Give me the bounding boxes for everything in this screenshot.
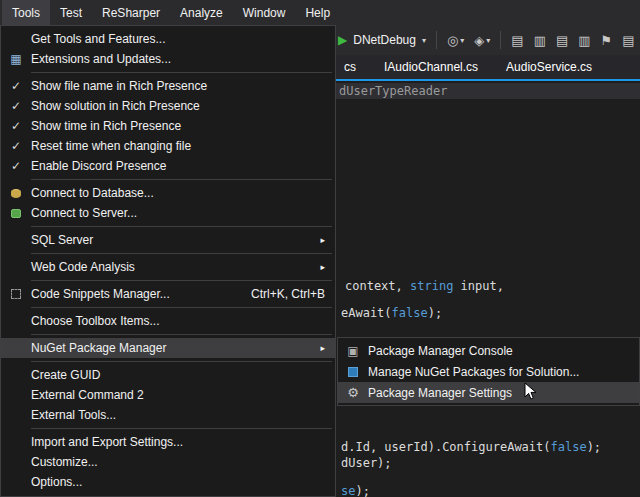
menu-separator [31, 72, 332, 73]
menu-item-label: Options... [31, 475, 325, 489]
outdent-icon[interactable]: ▤ [511, 34, 523, 47]
menu-item-label: Enable Discord Presence [31, 159, 325, 173]
play-icon: ▶ [338, 33, 347, 47]
menu-item-external-tools[interactable]: External Tools... [1, 405, 335, 425]
menu-item-label: SQL Server [31, 233, 310, 247]
menu-item-label: Get Tools and Features... [31, 32, 325, 46]
menu-item-create-guid[interactable]: Create GUID [1, 365, 335, 385]
menu-item-label: Show file name in Rich Presence [31, 79, 325, 93]
code-line: dUser); [341, 456, 392, 470]
snippets-icon [1, 289, 31, 299]
menu-item-label: Connect to Server... [31, 206, 325, 220]
code-line: d.Id, userId).ConfigureAwait(false); [341, 440, 601, 454]
menu-item-customize[interactable]: Customize... [1, 452, 335, 472]
menu-separator [31, 179, 332, 180]
menu-separator [31, 428, 332, 429]
tab-iaudiochannel[interactable]: IAudioChannel.cs [370, 55, 492, 79]
menu-item-label: Reset time when changing file [31, 139, 325, 153]
code-line: context, string input, [345, 279, 504, 293]
attach-button[interactable]: ◎ ▾ [447, 34, 464, 47]
menu-separator [31, 361, 332, 362]
chevron-down-icon[interactable]: ▾ [486, 36, 490, 45]
menubar-item-resharper[interactable]: ReSharper [92, 0, 170, 25]
menubar-item-window[interactable]: Window [233, 0, 296, 25]
nuget-submenu: ▣ Package Manager Console Manage NuGet P… [337, 337, 640, 406]
menu-bar: Tools Test ReSharper Analyze Window Help [0, 0, 640, 25]
menu-item-connect-to-database[interactable]: Connect to Database... [1, 183, 335, 203]
start-debug-button[interactable]: ▶ DNetDebug ▾ [338, 33, 426, 47]
menu-item-label: Package Manager Settings [368, 386, 629, 400]
tools-menu: Get Tools and Features... ▦ Extensions a… [0, 25, 336, 497]
menu-item-import-export-settings[interactable]: Import and Export Settings... [1, 432, 335, 452]
code-line: se); [341, 484, 370, 497]
chevron-down-icon[interactable]: ▾ [460, 36, 464, 45]
menu-item-label: Import and Export Settings... [31, 435, 325, 449]
attach-icon: ◎ [447, 34, 458, 47]
task-list-icon[interactable]: ▤ [622, 34, 634, 47]
menu-item-web-code-analysis[interactable]: Web Code Analysis ▸ [1, 257, 335, 277]
gear-icon: ⚙ [338, 385, 368, 400]
submenu-arrow-icon: ▸ [320, 262, 325, 272]
find-button[interactable]: ◈ ▾ [474, 34, 490, 47]
menubar-item-help[interactable]: Help [295, 0, 340, 25]
nuget-package-icon [338, 367, 368, 377]
checkmark-icon: ✓ [1, 79, 31, 93]
menu-item-label: Connect to Database... [31, 186, 325, 200]
menubar-item-analyze[interactable]: Analyze [170, 0, 233, 25]
menu-item-label: Show solution in Rich Presence [31, 99, 325, 113]
menu-item-label: External Command 2 [31, 388, 325, 402]
database-icon [1, 189, 31, 198]
uncomment-icon[interactable]: ▥ [578, 34, 590, 47]
menu-separator [31, 253, 332, 254]
menu-item-label: Choose Toolbox Items... [31, 314, 325, 328]
server-icon [1, 209, 31, 218]
code-fragment: dUserTypeReader [339, 84, 447, 98]
menu-item-shortcut: Ctrl+K, Ctrl+B [251, 287, 325, 301]
menu-separator [31, 226, 332, 227]
indent-icon[interactable]: ▥ [534, 34, 546, 47]
extensions-icon: ▦ [1, 52, 31, 66]
checkmark-icon: ✓ [1, 159, 31, 173]
menu-item-show-solution-rich-presence[interactable]: ✓ Show solution in Rich Presence [1, 96, 335, 116]
menubar-item-test[interactable]: Test [50, 0, 92, 25]
toolbar-divider [500, 31, 501, 49]
submenu-arrow-icon: ▸ [320, 343, 325, 353]
menu-item-external-command-2[interactable]: External Command 2 [1, 385, 335, 405]
menu-item-label: Create GUID [31, 368, 325, 382]
menu-item-reset-time-when-changing-file[interactable]: ✓ Reset time when changing file [1, 136, 335, 156]
submenu-arrow-icon: ▸ [320, 235, 325, 245]
find-icon: ◈ [474, 34, 484, 47]
bookmark-icon[interactable]: ⚑ [601, 34, 613, 47]
menu-item-enable-discord-presence[interactable]: ✓ Enable Discord Presence [1, 156, 335, 176]
menu-item-choose-toolbox-items[interactable]: Choose Toolbox Items... [1, 311, 335, 331]
menu-item-sql-server[interactable]: SQL Server ▸ [1, 230, 335, 250]
tab-audioservice[interactable]: AudioService.cs [492, 55, 606, 79]
checkmark-icon: ✓ [1, 139, 31, 153]
menu-item-label: NuGet Package Manager [31, 341, 310, 355]
menu-item-nuget-package-manager[interactable]: NuGet Package Manager ▸ [1, 338, 335, 358]
submenu-item-package-manager-settings[interactable]: ⚙ Package Manager Settings [338, 382, 639, 403]
console-icon: ▣ [338, 344, 368, 358]
menu-item-show-time-rich-presence[interactable]: ✓ Show time in Rich Presence [1, 116, 335, 136]
menu-item-connect-to-server[interactable]: Connect to Server... [1, 203, 335, 223]
submenu-item-manage-nuget-packages[interactable]: Manage NuGet Packages for Solution... [338, 361, 639, 382]
debug-target-label: DNetDebug [353, 33, 416, 47]
menu-item-options[interactable]: Options... [1, 472, 335, 492]
checkmark-icon: ✓ [1, 99, 31, 113]
tab-partial[interactable]: cs [330, 55, 370, 79]
menu-item-label: Code Snippets Manager... [31, 287, 233, 301]
menu-item-label: Manage NuGet Packages for Solution... [368, 365, 629, 379]
toolbar-divider [436, 31, 437, 49]
chevron-down-icon[interactable]: ▾ [422, 36, 426, 45]
menu-item-extensions-and-updates[interactable]: ▦ Extensions and Updates... [1, 49, 335, 69]
menu-item-label: Show time in Rich Presence [31, 119, 325, 133]
menu-separator [31, 334, 332, 335]
menu-item-show-file-name-rich-presence[interactable]: ✓ Show file name in Rich Presence [1, 76, 335, 96]
comment-icon[interactable]: ▤ [556, 34, 568, 47]
menu-item-label: Package Manager Console [368, 344, 629, 358]
menubar-item-tools[interactable]: Tools [2, 0, 50, 25]
menu-item-label: Web Code Analysis [31, 260, 310, 274]
submenu-item-package-manager-console[interactable]: ▣ Package Manager Console [338, 340, 639, 361]
menu-item-get-tools-and-features[interactable]: Get Tools and Features... [1, 29, 335, 49]
menu-item-code-snippets-manager[interactable]: Code Snippets Manager... Ctrl+K, Ctrl+B [1, 284, 335, 304]
